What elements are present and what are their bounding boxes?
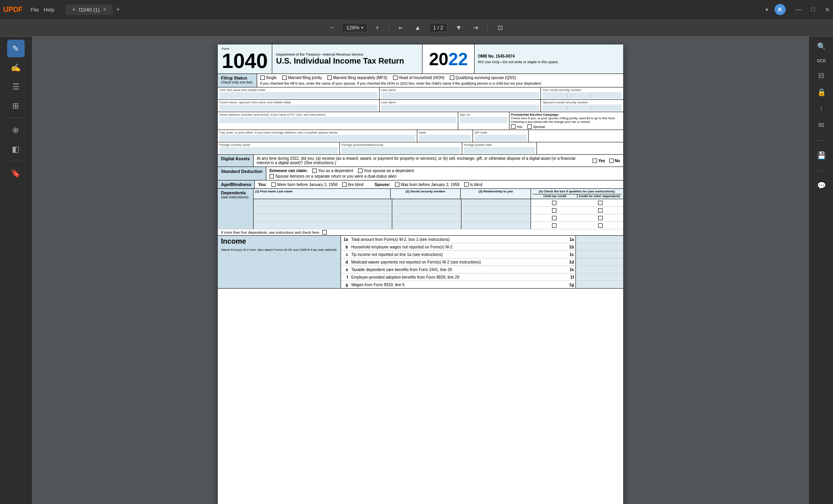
cb-spouse-blind[interactable]: Is blind	[464, 182, 482, 187]
nav-next-button[interactable]: ▼	[452, 23, 465, 33]
save2-icon[interactable]: 💾	[815, 149, 828, 162]
present-button[interactable]: ⊡	[494, 22, 506, 33]
cb-born-before[interactable]: Were born before January 2, 1958	[271, 182, 337, 187]
dep-row-1-name[interactable]	[254, 199, 392, 206]
checkbox-blind[interactable]	[342, 182, 347, 187]
cb-you-presidential[interactable]: You	[511, 124, 523, 129]
zoom-dropdown-arrow[interactable]: ▾	[361, 25, 363, 30]
line-1g-amount[interactable]	[575, 281, 623, 288]
dep-row-3-child-tax-cb[interactable]	[552, 216, 556, 220]
new-tab-button[interactable]: +	[116, 6, 120, 14]
zip-input[interactable]	[475, 135, 527, 141]
dep-row-3-other-dep-cb[interactable]	[598, 216, 602, 220]
dep-row-4-ssn[interactable]	[392, 222, 462, 229]
dep-row-3-rel[interactable]	[461, 214, 531, 221]
cb-spouse-dependent[interactable]: Your spouse as a dependent	[358, 169, 414, 173]
page-current[interactable]: 1	[433, 25, 436, 31]
search-icon[interactable]: 🔍	[815, 40, 828, 53]
line-1e-amount[interactable]	[575, 266, 623, 273]
line-1c-amount[interactable]	[575, 251, 623, 258]
tab-dropdown-arrow[interactable]: ▼	[72, 8, 76, 12]
first-name-input[interactable]	[219, 92, 378, 99]
sidebar-icon-list[interactable]: ☰	[7, 78, 25, 95]
document-area[interactable]: Form 1040 Department of the Treasury—Int…	[32, 37, 809, 504]
checkbox-born-before[interactable]	[271, 182, 276, 187]
dep-row-2-rel[interactable]	[461, 207, 531, 214]
dep-row-4-child-tax-cb[interactable]	[552, 223, 556, 228]
nav-last-button[interactable]: ⇥	[470, 22, 481, 33]
cb-married-separately[interactable]: Married filing separately (MFS)	[327, 76, 387, 80]
cb-married-jointly[interactable]: Married filing jointly	[282, 76, 322, 80]
sidebar-icon-edit[interactable]: ✎	[7, 40, 25, 57]
checkbox-no[interactable]	[609, 159, 614, 163]
line-1a-amount[interactable]	[575, 236, 623, 243]
menu-file[interactable]: File	[31, 7, 39, 13]
protect-icon[interactable]: 🔒	[815, 85, 828, 99]
spouse-last-input[interactable]	[381, 105, 539, 111]
minimize-button[interactable]: —	[795, 6, 802, 13]
dep-row-4-rel[interactable]	[461, 222, 531, 229]
checkbox-single[interactable]	[260, 76, 265, 80]
cb-yes[interactable]: Yes	[593, 159, 605, 163]
checkbox-you-presidential[interactable]	[511, 124, 515, 129]
close-button[interactable]: ✕	[825, 6, 830, 14]
spouse-first-input[interactable]	[219, 105, 378, 111]
avatar[interactable]: K	[775, 4, 786, 15]
sidebar-icon-comment[interactable]: ✍	[7, 59, 25, 76]
cb-spouse-presidential[interactable]: Spouse	[527, 124, 545, 129]
checkbox-head-household[interactable]	[393, 76, 397, 80]
apt-input[interactable]	[460, 117, 507, 123]
zoom-in-button[interactable]: +	[372, 23, 382, 33]
dep-row-1-other-dep-cb[interactable]	[598, 201, 602, 205]
checkbox-you-dependent[interactable]	[312, 169, 317, 173]
if-more-checkbox[interactable]	[322, 230, 327, 235]
foreign-postal-input[interactable]	[464, 147, 535, 153]
foreign-country-input[interactable]	[219, 147, 338, 153]
menu-help[interactable]: Help	[44, 7, 54, 13]
comment-icon-right[interactable]: 💬	[815, 179, 828, 192]
dep-row-3-ssn[interactable]	[392, 214, 462, 221]
tab-close-button[interactable]: ✕	[103, 7, 107, 12]
cb-qualifying[interactable]: Qualifying surviving spouse (QSS)	[450, 76, 516, 80]
dropdown-arrow-icon[interactable]: ▾	[765, 6, 768, 13]
checkbox-married-separately[interactable]	[327, 76, 332, 80]
checkbox-spouse-born[interactable]	[395, 182, 399, 187]
dep-row-1-ssn[interactable]	[392, 199, 462, 206]
sidebar-icon-pages[interactable]: ⊞	[7, 97, 25, 114]
cb-blind[interactable]: Are blind	[342, 182, 363, 187]
sidebar-icon-layers[interactable]: ◧	[7, 140, 25, 158]
last-name-input[interactable]	[381, 92, 539, 99]
line-1d-amount[interactable]	[575, 258, 623, 266]
email-icon[interactable]: ✉	[816, 118, 827, 132]
dep-row-4-other-dep-cb[interactable]	[598, 223, 602, 228]
spouse-ssn-input[interactable]: │ │	[542, 105, 622, 111]
checkbox-qualifying[interactable]	[450, 76, 454, 80]
sidebar-icon-stamp[interactable]: ⊕	[7, 121, 25, 139]
dep-row-2-name[interactable]	[254, 207, 392, 214]
checkbox-spouse-dependent[interactable]	[358, 169, 362, 173]
checkbox-spouse-itemizes[interactable]	[269, 174, 274, 178]
dep-row-2-child-tax-cb[interactable]	[552, 208, 556, 213]
scan-icon[interactable]: ⊟	[816, 69, 827, 82]
maximize-button[interactable]: □	[811, 6, 815, 13]
cb-spouse-born[interactable]: Was born before January 2, 1958	[395, 182, 459, 187]
cb-head-household[interactable]: Head of household (HOH)	[393, 76, 445, 80]
nav-first-button[interactable]: ⇤	[395, 23, 407, 33]
cb-you-dependent[interactable]: You as a dependent	[312, 169, 353, 173]
cb-no[interactable]: No	[609, 159, 620, 163]
zoom-out-button[interactable]: −	[327, 23, 337, 33]
city-input[interactable]	[219, 135, 415, 141]
share-icon[interactable]: ↑	[817, 102, 825, 115]
foreign-province-input[interactable]	[341, 147, 460, 153]
checkbox-spouse-presidential[interactable]	[527, 124, 532, 129]
line-1b-amount[interactable]	[575, 243, 623, 250]
home-address-input[interactable]	[219, 117, 456, 123]
sidebar-icon-bookmark[interactable]: 🔖	[7, 165, 25, 182]
checkbox-spouse-blind[interactable]	[464, 182, 469, 187]
nav-prev-button[interactable]: ▲	[411, 23, 424, 33]
state-input[interactable]	[419, 135, 471, 141]
dep-row-3-name[interactable]	[254, 214, 392, 221]
dep-row-1-child-tax-cb[interactable]	[552, 201, 556, 205]
dep-row-2-other-dep-cb[interactable]	[598, 208, 602, 213]
dep-row-4-name[interactable]	[254, 222, 392, 229]
